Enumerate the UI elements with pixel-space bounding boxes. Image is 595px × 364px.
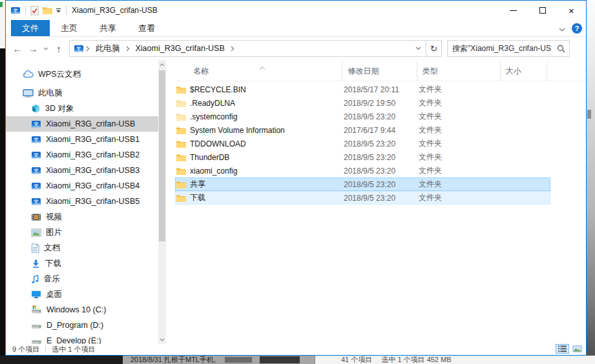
background-window-bottom: 2018/8/31 扎根于MTL手机, 41 个项目 选中 1 个项目 452 … — [0, 356, 595, 364]
folder-icon — [176, 180, 186, 189]
file-row[interactable]: 共享2018/9/5 23:20文件夹 — [175, 177, 550, 191]
recent-locations-dropdown-icon[interactable] — [41, 41, 51, 56]
separator — [25, 6, 26, 15]
file-name: .ReadyDLNA — [190, 99, 235, 108]
network-drive-icon — [31, 150, 41, 160]
column-header-size[interactable]: 大小 — [501, 62, 548, 81]
breadcrumb-chevron-icon — [229, 46, 236, 52]
sidebar-item[interactable]: Xiaomi_R3G_crifan-USB — [6, 116, 158, 132]
window-title: Xiaomi_R3G_crifan-USB — [72, 6, 158, 15]
properties-check-icon[interactable] — [30, 6, 39, 15]
scroll-down-icon[interactable] — [158, 335, 166, 344]
cloud-icon — [23, 70, 34, 79]
sidebar-item[interactable]: Xiaomi_R3G_crifan-USB2 — [6, 147, 158, 163]
sidebar-item[interactable]: 此电脑 — [6, 85, 158, 101]
sidebar-item-label: 音乐 — [44, 274, 60, 285]
explorer-window: Xiaomi_R3G_crifan-USB × 文件 主页 共享 查看 ? ← … — [5, 0, 587, 356]
sidebar-item[interactable]: 视频 — [6, 209, 158, 225]
folder-icon — [176, 85, 186, 94]
tab-file[interactable]: 文件 — [11, 20, 50, 36]
sidebar-item-label: 图片 — [46, 227, 62, 238]
file-type: 文件夹 — [419, 152, 503, 163]
background-mid-text: 2018/8/31 扎根于MTL手机, — [130, 356, 216, 363]
sidebar-item-label: Xiaomi_R3G_crifan-USB1 — [46, 135, 140, 144]
sidebar-item[interactable]: 3D 对象 — [6, 101, 158, 116]
details-view-button[interactable] — [556, 344, 569, 354]
sidebar-item[interactable]: 图片 — [6, 225, 158, 240]
breadcrumb-item[interactable]: Xiaomi_R3G_crifan-USB — [132, 44, 229, 53]
file-row[interactable]: ThunderDB2018/9/5 23:20文件夹 — [175, 150, 550, 164]
refresh-button[interactable]: ↻ — [426, 40, 442, 57]
sidebar-item[interactable]: Xiaomi_R3G_crifan-USB1 — [6, 132, 158, 147]
scroll-up-icon[interactable] — [158, 60, 166, 69]
file-row[interactable]: System Volume Information2017/6/17 9:44文… — [175, 123, 550, 137]
column-header-name[interactable]: 名称 — [175, 62, 342, 81]
thumbnails-view-button[interactable] — [570, 344, 584, 354]
cube-icon — [31, 104, 41, 114]
folder-icon — [176, 139, 186, 148]
file-type: 文件夹 — [419, 97, 503, 108]
help-button[interactable]: ? — [572, 23, 582, 34]
back-button[interactable]: ← — [10, 41, 25, 56]
column-header-date[interactable]: 修改日期 — [342, 62, 417, 81]
maximize-button[interactable] — [528, 1, 557, 20]
search-box[interactable] — [447, 40, 570, 57]
expand-ribbon-icon[interactable] — [559, 23, 565, 34]
folder-icon — [176, 167, 186, 176]
file-row[interactable]: .systemconfig2018/9/5 23:20文件夹 — [175, 110, 550, 123]
sidebar-scrollbar[interactable] — [158, 60, 166, 344]
sidebar-item[interactable]: 桌面 — [6, 287, 158, 302]
up-button[interactable]: ↑ — [51, 41, 67, 56]
file-row[interactable]: .ReadyDLNA2018/9/2 19:50文件夹 — [175, 96, 550, 110]
network-drive-icon — [74, 43, 84, 54]
address-breadcrumb-bar[interactable]: 此电脑Xiaomi_R3G_crifan-USB — [69, 40, 426, 57]
address-dropdown-icon[interactable] — [415, 46, 426, 50]
file-date-modified: 2018/9/2 19:50 — [344, 99, 419, 108]
new-folder-icon[interactable] — [42, 6, 52, 15]
file-type: 文件夹 — [419, 138, 503, 149]
file-row[interactable]: $RECYCLE.BIN2018/5/17 20:11文件夹 — [175, 83, 550, 96]
breadcrumb-chevron-icon — [84, 46, 92, 52]
file-name: TDDOWNLOAD — [190, 139, 246, 148]
sidebar-item-label: Xiaomi_R3G_crifan-USB2 — [46, 150, 140, 159]
forward-button[interactable]: → — [25, 41, 41, 56]
sidebar-item-label: D_Program (D:) — [47, 321, 103, 330]
sidebar-item-label: 3D 对象 — [45, 103, 74, 114]
tab-view[interactable]: 查看 — [127, 20, 166, 36]
sidebar-item[interactable]: 音乐 — [6, 271, 158, 287]
sidebar-item-label: Xiaomi_R3G_crifan-USB — [46, 119, 135, 128]
minimize-button[interactable] — [499, 1, 528, 20]
sidebar-item[interactable]: Xiaomi_R3G_crifan-USB3 — [6, 163, 158, 178]
search-input[interactable] — [448, 41, 569, 56]
sidebar-item-label: 视频 — [46, 212, 62, 223]
minimize-icon — [510, 10, 517, 11]
sidebar-item[interactable]: Xiaomi_R3G_crifan-USB4 — [6, 178, 158, 194]
file-row[interactable]: xiaomi_config2018/9/5 23:20文件夹 — [175, 164, 550, 177]
column-header-blank — [547, 62, 586, 81]
sidebar-item[interactable]: WPS云文档 — [6, 66, 158, 82]
file-name: 共享 — [190, 179, 205, 190]
tab-share[interactable]: 共享 — [89, 20, 127, 36]
sidebar-item[interactable]: 文档 — [6, 240, 158, 256]
column-header-type[interactable]: 类型 — [417, 62, 501, 81]
network-drive-icon — [31, 196, 41, 207]
file-row[interactable]: 下载2018/9/5 23:20文件夹 — [175, 191, 550, 205]
scrollbar-thumb[interactable] — [159, 70, 165, 241]
file-row[interactable]: TDDOWNLOAD2018/9/5 23:20文件夹 — [175, 137, 550, 150]
search-icon[interactable] — [557, 44, 565, 56]
close-button[interactable]: × — [557, 1, 586, 20]
picture-icon — [31, 228, 41, 237]
file-rows: $RECYCLE.BIN2018/5/17 20:11文件夹.ReadyDLNA… — [175, 81, 586, 205]
sidebar-item[interactable]: Xiaomi_R3G_crifan-USB5 — [6, 194, 158, 209]
sidebar-item-label: 桌面 — [46, 289, 62, 300]
sidebar-item[interactable]: D_Program (D:) — [6, 318, 158, 333]
breadcrumb-item[interactable]: 此电脑 — [92, 43, 124, 54]
tab-home[interactable]: 主页 — [50, 20, 89, 36]
sidebar-item[interactable]: Windows 10 (C:) — [6, 302, 158, 318]
sidebar-item[interactable]: E_Develop (E:) — [6, 333, 158, 344]
ribbon-tab-bar: 文件 主页 共享 查看 ? — [6, 20, 586, 37]
customize-toolbar-dropdown-icon[interactable] — [56, 8, 61, 14]
background-icon-blob — [260, 356, 300, 363]
sidebar-item[interactable]: 下载 — [6, 256, 158, 271]
file-name: $RECYCLE.BIN — [190, 85, 246, 94]
